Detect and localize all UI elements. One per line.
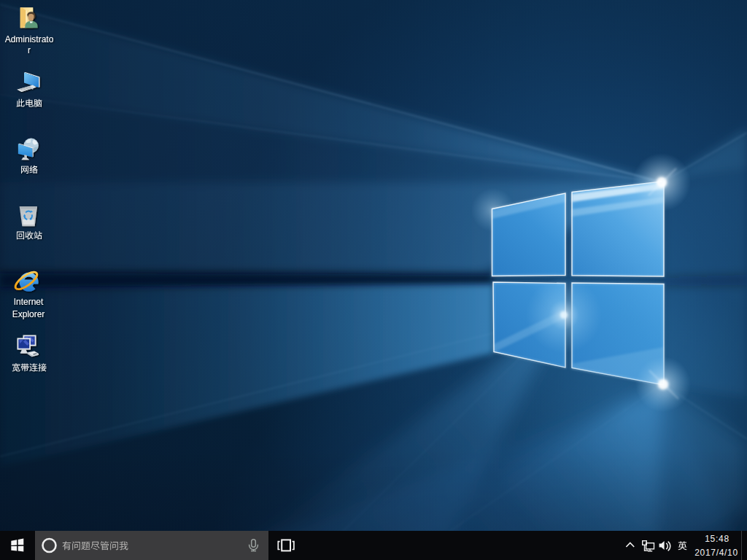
svg-text:2017/4/10: 2017/4/10 (694, 548, 738, 558)
svg-text:15:48: 15:48 (705, 534, 729, 544)
svg-text:Internet: Internet (14, 297, 44, 307)
svg-text:Administrato: Administrato (5, 34, 54, 44)
svg-text:Explorer: Explorer (12, 309, 45, 319)
svg-text:r: r (28, 45, 31, 55)
